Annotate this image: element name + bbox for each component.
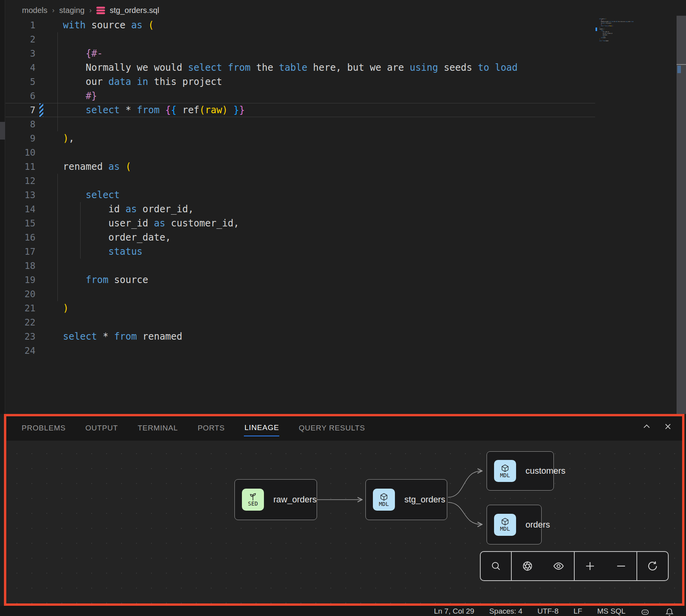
close-panel-button[interactable] <box>663 422 673 431</box>
code-text: status <box>49 245 142 259</box>
lineage-node-stg-orders[interactable]: MDL stg_orders <box>365 479 447 520</box>
sidebar-edge <box>0 0 5 414</box>
search-button[interactable] <box>487 557 505 575</box>
lineage-canvas[interactable]: SED raw_orders MDL stg_orders <box>6 441 682 603</box>
gutter-modified-indicator <box>35 103 49 117</box>
model-badge: MDL <box>494 460 516 482</box>
code-line[interactable]: 1with source as ( <box>6 18 595 32</box>
code-line[interactable]: 17 status <box>6 245 595 259</box>
code-line[interactable]: 15 user_id as customer_id, <box>6 216 595 230</box>
gutter-modified-indicator <box>35 216 49 230</box>
gutter-modified-indicator <box>35 160 49 174</box>
cube-icon <box>380 493 388 501</box>
code-line[interactable]: 3 {#- <box>6 46 595 61</box>
code-line[interactable]: 5 our data in this project <box>6 75 595 89</box>
code-line[interactable]: 21) <box>6 301 595 315</box>
code-line[interactable]: 14 id as order_id, <box>6 202 595 216</box>
code-line[interactable]: 11renamed as ( <box>6 160 595 174</box>
code-line[interactable]: 9), <box>6 131 595 145</box>
indent-guide <box>57 32 58 131</box>
breadcrumb-item-staging[interactable]: staging <box>59 6 85 15</box>
editor-scrollbar[interactable] <box>677 16 686 414</box>
line-number: 20 <box>6 289 35 299</box>
line-number: 11 <box>6 162 35 172</box>
zoom-out-button[interactable] <box>612 557 630 575</box>
code-line[interactable]: 6 #} <box>6 89 595 103</box>
minimap-modified-marker <box>596 28 597 31</box>
code-line[interactable]: 19 from source <box>6 273 595 287</box>
line-number: 8 <box>6 119 35 129</box>
panel-tab-ports[interactable]: PORTS <box>197 421 225 436</box>
code-line[interactable]: 8 <box>6 117 595 131</box>
line-number: 13 <box>6 190 35 200</box>
status-eol[interactable]: LF <box>574 607 582 616</box>
overview-ruler-modified-marker <box>677 66 681 73</box>
gutter-modified-indicator <box>35 46 49 61</box>
panel-tab-problems[interactable]: PROBLEMS <box>21 421 66 436</box>
gutter-modified-indicator <box>35 301 49 315</box>
lineage-node-raw-orders[interactable]: SED raw_orders <box>234 479 317 520</box>
breadcrumb-item-models[interactable]: models <box>22 6 47 15</box>
status-indentation[interactable]: Spaces: 4 <box>489 607 523 616</box>
badge-label: MDL <box>379 501 389 507</box>
lineage-node-orders[interactable]: MDL orders <box>487 505 542 544</box>
copilot-button[interactable] <box>640 607 650 616</box>
gutter-modified-indicator <box>35 245 49 259</box>
panel-tab-terminal[interactable]: TERMINAL <box>137 421 178 436</box>
status-language-mode[interactable]: MS SQL <box>597 607 625 616</box>
gutter-modified-indicator <box>35 89 49 103</box>
code-line[interactable]: 24 <box>6 344 595 358</box>
gutter-modified-indicator <box>35 329 49 344</box>
collapse-panel-button[interactable] <box>642 422 651 431</box>
code-line[interactable]: 12 <box>6 174 595 188</box>
plus-icon <box>584 560 596 572</box>
code-text: user_id as customer_id, <box>49 216 239 230</box>
code-text: select * from renamed <box>598 40 645 42</box>
visibility-button[interactable] <box>550 557 567 575</box>
code-text: select * from {{ ref(raw) }} <box>49 103 245 117</box>
sidebar-edge-highlight <box>0 122 5 140</box>
panel-tab-query-results[interactable]: QUERY RESULTS <box>298 421 365 436</box>
code-line[interactable]: 23select * from renamed <box>6 329 595 344</box>
panel-tab-lineage[interactable]: LINEAGE <box>244 421 279 436</box>
code-line[interactable]: 16 order_date, <box>6 230 595 245</box>
line-number: 14 <box>6 204 35 214</box>
status-encoding[interactable]: UTF-8 <box>537 607 559 616</box>
code-text: Normally we would select from the table … <box>49 61 518 75</box>
gutter-modified-indicator <box>35 287 49 301</box>
code-line[interactable]: 20 <box>6 287 595 301</box>
line-number: 19 <box>6 275 35 285</box>
refresh-button[interactable] <box>644 557 661 575</box>
code-editor[interactable]: 1with source as (23 {#-4 Normally we wou… <box>6 18 595 358</box>
status-bar: Ln 7, Col 29Spaces: 4UTF-8LFMS SQL <box>0 606 686 616</box>
panel-tab-output[interactable]: OUTPUT <box>85 421 118 436</box>
code-line[interactable]: 18 <box>6 259 595 273</box>
line-number: 5 <box>6 77 35 87</box>
gutter-modified-indicator <box>35 273 49 287</box>
chevron-up-icon <box>642 422 651 431</box>
node-label: customers <box>526 466 565 476</box>
line-number: 24 <box>6 346 35 356</box>
lineage-node-customers[interactable]: MDL customers <box>487 451 554 491</box>
code-line[interactable]: 10 <box>6 145 595 160</box>
minus-icon <box>615 560 627 572</box>
search-icon <box>491 561 502 572</box>
zoom-in-button[interactable] <box>581 557 599 575</box>
line-number: 18 <box>6 261 35 271</box>
minimap[interactable]: with source as ( {#- Normally we would s… <box>598 18 675 73</box>
breadcrumb-item-file[interactable]: stg_orders.sql <box>110 6 159 15</box>
line-number: 1 <box>6 20 35 30</box>
code-line[interactable]: 22 <box>6 315 595 329</box>
status-cursor-position[interactable]: Ln 7, Col 29 <box>434 607 474 616</box>
notifications-button[interactable] <box>665 607 674 616</box>
aperture-button[interactable] <box>519 557 536 575</box>
gutter-modified-indicator <box>35 18 49 32</box>
code-line[interactable]: 4 Normally we would select from the tabl… <box>6 61 595 75</box>
code-text: ) <box>49 301 68 315</box>
panel-tabbar: PROBLEMSOUTPUTTERMINALPORTSLINEAGEQUERY … <box>6 416 682 441</box>
code-line[interactable]: 7 select * from {{ ref(raw) }} <box>6 103 595 117</box>
code-line[interactable]: 2 <box>6 32 595 46</box>
gutter-modified-indicator <box>35 230 49 245</box>
model-badge: MDL <box>494 514 516 536</box>
code-line[interactable]: 13 select <box>6 188 595 202</box>
